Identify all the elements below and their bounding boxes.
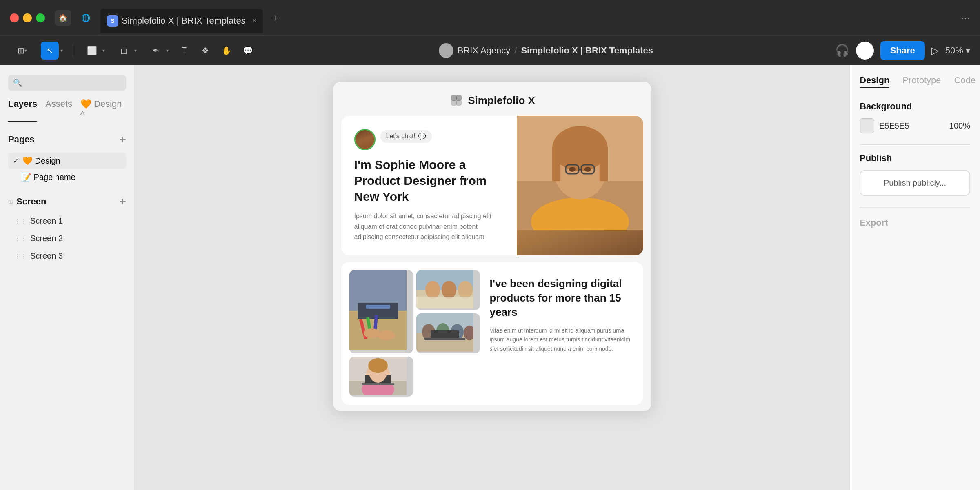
photo-cell-4 [349,357,413,397]
tool-group-frame: ⬜ ▾ [80,39,108,62]
grid-tool-btn[interactable]: ⊞▾ [13,42,31,60]
photo-cell-1 [349,270,413,353]
pen-tool-chevron: ▾ [166,48,169,53]
share-button[interactable]: Share [880,41,925,60]
screen-1-label: Screen 1 [30,216,63,226]
svg-rect-31 [416,297,473,308]
screen-dots-icon: ⋮⋮ [15,235,26,242]
screen-item[interactable]: ⋮⋮ Screen 1 [8,213,126,229]
svg-rect-38 [424,338,465,340]
hand-tool-btn[interactable]: ✋ [218,42,236,60]
search-icon: 🔍 [13,78,22,87]
titlebar: 🏠 🌐 S Simplefolio X | BRIX Templates × +… [0,0,980,36]
background-section: Background E5E5E5 100% [860,101,970,133]
photo-grid [349,270,480,397]
pages-add-btn[interactable]: + [120,133,126,146]
headphone-icon[interactable]: 🎧 [835,44,849,57]
screen-title: Screen [16,196,46,207]
export-section: Export [860,217,970,228]
tab-close-btn[interactable]: × [252,16,257,25]
svg-rect-10 [552,149,560,181]
tool-group-select: ⊞▾ [10,39,34,62]
tab-layers[interactable]: Layers [8,99,37,122]
hero-body: Ipsum dolor sit amet, consectetur adipis… [354,211,504,242]
svg-rect-39 [431,330,459,338]
text-tool-btn[interactable]: T [175,42,193,60]
publish-button[interactable]: Publish publicly... [860,170,970,196]
svg-point-28 [425,281,440,299]
svg-point-16 [584,167,591,172]
maximize-window-btn[interactable] [36,13,45,22]
play-button[interactable]: ▷ [931,45,939,56]
screen-dots-icon: ⋮⋮ [15,218,26,224]
panel-tab-code[interactable]: Code [954,75,976,88]
breadcrumb-file[interactable]: Simplefolio X | BRIX Templates [521,45,653,56]
bg-hex-value[interactable]: E5E5E5 [879,121,909,131]
page-item-design[interactable]: ✓ 🧡 Design [8,153,126,169]
breadcrumb-separator: / [514,45,517,56]
minimize-window-btn[interactable] [23,13,32,22]
tab-design[interactable]: 🧡 Design ^ [80,99,126,122]
screen-item[interactable]: ⋮⋮ Screen 3 [8,248,126,264]
svg-rect-44 [362,383,394,385]
breadcrumb-org[interactable]: BRIX Agency [458,45,511,56]
background-row[interactable]: E5E5E5 100% [860,118,970,133]
photo-cell-3 [416,313,480,353]
panel-tab-prototype[interactable]: Prototype [902,75,941,88]
second-section: I've been designing digital products for… [341,262,643,405]
user-avatar[interactable] [856,42,874,60]
select-tool-btn[interactable]: ↖ [41,42,59,60]
more-options-btn[interactable]: ··· [961,11,970,24]
tab-label: Simplefolio X | BRIX Templates [122,16,246,26]
sidebar-search[interactable]: 🔍 [8,75,126,91]
bg-color-swatch[interactable] [860,118,874,133]
breadcrumb: BRIX Agency / Simplefolio X | BRIX Templ… [439,43,653,58]
browser-tab[interactable]: S Simplefolio X | BRIX Templates × [100,9,263,33]
tool-group-shape: ◻ ▾ [111,39,140,62]
screen-section-header: ⊞ Screen + [8,195,126,208]
svg-point-30 [458,281,473,299]
close-window-btn[interactable] [10,13,19,22]
screen-item[interactable]: ⋮⋮ Screen 2 [8,231,126,246]
frame-tool-chevron: ▾ [102,48,105,53]
panel-tab-design[interactable]: Design [860,75,889,88]
home-button[interactable]: 🏠 [55,10,71,26]
hero-card: Let's chat! 💬 I'm Sophie Moore a Product… [341,116,643,255]
panel-divider-1 [860,144,970,145]
panel-divider-2 [860,207,970,208]
screen-dots-icon: ⋮⋮ [15,253,26,259]
zoom-control[interactable]: 50% ▾ [945,45,970,56]
pen-tool-btn[interactable]: ✒ [147,42,164,60]
frame-tool-btn[interactable]: ⬜ [83,42,101,60]
pages-title: Pages [8,134,35,145]
page-item-name[interactable]: 📝 Page name [8,169,126,185]
svg-point-3 [456,100,462,106]
screen-icon: ⊞ [8,198,13,205]
screen-add-btn[interactable]: + [120,195,126,208]
svg-point-29 [442,281,456,299]
bg-opacity-value[interactable]: 100% [949,121,970,131]
canvas-frame: Simplefolio X Let's chat! 💬 I'm Sophie M… [333,82,651,411]
export-title: Export [860,217,970,228]
tab-assets[interactable]: Assets [45,99,72,122]
svg-point-47 [368,358,388,373]
svg-point-15 [569,167,576,172]
hero-title: I'm Sophie Moore a Product Designer from… [354,157,504,204]
logo-icon [449,93,464,108]
chat-bubble: Let's chat! 💬 [380,130,432,143]
new-tab-button[interactable]: + [273,12,278,24]
globe-icon[interactable]: 🌐 [78,10,94,26]
tool-group-pen: ✒ ▾ [143,39,172,62]
shape-tool-btn[interactable]: ◻ [115,42,133,60]
tool-group-move: ↖ ▾ [38,39,66,62]
svg-point-24 [377,330,395,340]
comment-tool-btn[interactable]: 💬 [239,42,257,60]
sidebar: 🔍 Layers Assets 🧡 Design ^ Pages + ✓ 🧡 D… [0,65,135,490]
org-avatar [439,43,453,58]
screen-list: ⋮⋮ Screen 1 ⋮⋮ Screen 2 ⋮⋮ Screen 3 [8,213,126,264]
main-layout: 🔍 Layers Assets 🧡 Design ^ Pages + ✓ 🧡 D… [0,65,980,490]
page-check-icon: ✓ [13,157,18,165]
component-tool-btn[interactable]: ❖ [196,42,214,60]
select-tool-chevron: ▾ [60,48,63,53]
toolbar-center: BRIX Agency / Simplefolio X | BRIX Templ… [260,43,832,58]
